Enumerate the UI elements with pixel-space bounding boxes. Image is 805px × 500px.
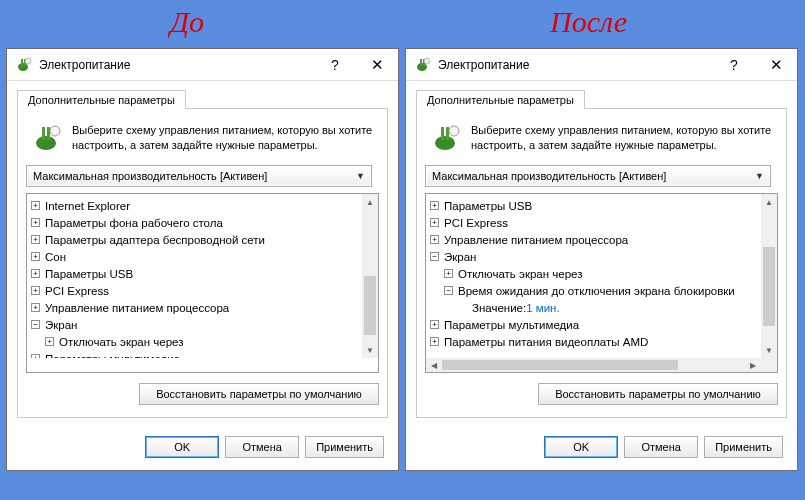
tree-wrap: +Internet Explorer+Параметры фона рабоче…: [26, 193, 379, 373]
tree-node[interactable]: +Параметры фона рабочего стола: [31, 215, 362, 232]
svg-rect-1: [21, 59, 23, 66]
power-icon: [15, 56, 33, 74]
tree-node[interactable]: −Экран: [31, 317, 362, 334]
svg-rect-14: [446, 127, 449, 140]
expand-icon[interactable]: +: [430, 337, 439, 346]
scroll-thumb[interactable]: [763, 247, 775, 326]
expand-icon[interactable]: +: [31, 286, 40, 295]
tree-node[interactable]: +Параметры мультимедиа: [31, 351, 362, 358]
scroll-track[interactable]: [362, 210, 378, 342]
dialog-body: Дополнительные параметры Выберите схему …: [406, 81, 797, 426]
expand-icon[interactable]: +: [444, 269, 453, 278]
expand-icon[interactable]: +: [430, 218, 439, 227]
collapse-icon[interactable]: −: [430, 252, 439, 261]
tree-node[interactable]: +PCI Express: [31, 283, 362, 300]
tree-node[interactable]: +Отключать экран через: [31, 334, 362, 351]
tree-node[interactable]: +Параметры адаптера беспроводной сети: [31, 232, 362, 249]
scroll-left-icon[interactable]: ◀: [426, 358, 442, 372]
restore-defaults-button[interactable]: Восстановить параметры по умолчанию: [538, 383, 778, 405]
tree-node[interactable]: +PCI Express: [430, 215, 761, 232]
tree-node[interactable]: +Параметры питания видеоплаты AMD: [430, 334, 761, 351]
restore-defaults-button[interactable]: Восстановить параметры по умолчанию: [139, 383, 379, 405]
tree-node[interactable]: +Управление питанием процессора: [430, 232, 761, 249]
tree-node[interactable]: Значение: 1 мин.: [430, 300, 761, 317]
tree-node[interactable]: +Параметры мультимедиа: [430, 317, 761, 334]
help-button[interactable]: ?: [314, 50, 356, 80]
scroll-track[interactable]: [761, 210, 777, 342]
tree-node-label: Internet Explorer: [45, 198, 130, 215]
tree-node[interactable]: −Время ожидания до отключения экрана бло…: [430, 283, 761, 300]
tree-node[interactable]: +Internet Explorer: [31, 198, 362, 215]
scroll-corner: [761, 358, 777, 372]
scroll-down-icon[interactable]: ▼: [362, 342, 378, 358]
svg-point-7: [50, 126, 60, 136]
expand-icon[interactable]: +: [430, 201, 439, 210]
tree-node[interactable]: +Сон: [31, 249, 362, 266]
help-button[interactable]: ?: [713, 50, 755, 80]
power-plan-select[interactable]: Максимальная производительность [Активен…: [26, 165, 372, 187]
titlebar[interactable]: Электропитание ? ✕: [406, 49, 797, 81]
tab-additional-params[interactable]: Дополнительные параметры: [416, 90, 585, 109]
expand-icon[interactable]: +: [31, 354, 40, 358]
dialog-before: Электропитание ? ✕ Дополнительные параме…: [6, 48, 399, 471]
tree-node[interactable]: −Экран: [430, 249, 761, 266]
tree-node[interactable]: +Отключать экран через: [430, 266, 761, 283]
settings-tree[interactable]: +Параметры USB+PCI Express+Управление пи…: [426, 194, 761, 358]
tree-node-label: Параметры адаптера беспроводной сети: [45, 232, 265, 249]
expand-icon[interactable]: +: [45, 337, 54, 346]
expand-icon[interactable]: +: [430, 235, 439, 244]
tree-node-label: Параметры USB: [45, 266, 133, 283]
svg-point-3: [25, 58, 31, 64]
tree-node[interactable]: +Управление питанием процессора: [31, 300, 362, 317]
restore-row: Восстановить параметры по умолчанию: [425, 383, 778, 405]
tree-node[interactable]: +Параметры USB: [31, 266, 362, 283]
svg-rect-5: [42, 127, 45, 140]
cancel-button[interactable]: Отмена: [225, 436, 299, 458]
svg-rect-6: [47, 127, 50, 140]
power-icon: [414, 56, 432, 74]
collapse-icon[interactable]: −: [444, 286, 453, 295]
horizontal-scrollbar[interactable]: ◀ ▶: [426, 358, 761, 372]
scroll-right-icon[interactable]: ▶: [745, 358, 761, 372]
vertical-scrollbar[interactable]: ▲ ▼: [761, 194, 777, 358]
settings-tree[interactable]: +Internet Explorer+Параметры фона рабоче…: [27, 194, 362, 358]
expand-icon[interactable]: +: [31, 269, 40, 278]
hscroll-thumb[interactable]: [442, 360, 678, 370]
ok-button[interactable]: OK: [544, 436, 618, 458]
scroll-up-icon[interactable]: ▲: [761, 194, 777, 210]
svg-point-11: [424, 58, 430, 64]
expand-icon[interactable]: +: [31, 235, 40, 244]
scroll-thumb[interactable]: [364, 276, 376, 335]
apply-button[interactable]: Применить: [704, 436, 783, 458]
close-button[interactable]: ✕: [356, 50, 398, 80]
cancel-button[interactable]: Отмена: [624, 436, 698, 458]
tree-node-label: Управление питанием процессора: [444, 232, 628, 249]
tree-node[interactable]: +Параметры USB: [430, 198, 761, 215]
tree-node-label: Параметры мультимедиа: [444, 317, 579, 334]
scroll-up-icon[interactable]: ▲: [362, 194, 378, 210]
expand-icon[interactable]: +: [430, 320, 439, 329]
power-plan-select[interactable]: Максимальная производительность [Активен…: [425, 165, 771, 187]
hscroll-track[interactable]: [442, 358, 745, 372]
vertical-scrollbar[interactable]: ▲ ▼: [362, 194, 378, 358]
titlebar[interactable]: Электропитание ? ✕: [7, 49, 398, 81]
scroll-down-icon[interactable]: ▼: [761, 342, 777, 358]
intro-text: Выберите схему управления питанием, кото…: [72, 123, 373, 153]
svg-rect-13: [441, 127, 444, 140]
apply-button[interactable]: Применить: [305, 436, 384, 458]
chevron-down-icon: ▼: [755, 171, 764, 181]
setting-value-label: Значение:: [472, 300, 526, 317]
close-button[interactable]: ✕: [755, 50, 797, 80]
setting-value[interactable]: 1 мин.: [526, 300, 559, 317]
expand-icon[interactable]: +: [31, 218, 40, 227]
tab-additional-params[interactable]: Дополнительные параметры: [17, 90, 186, 109]
expand-icon[interactable]: +: [31, 303, 40, 312]
tree-node-label: Сон: [45, 249, 66, 266]
collapse-icon[interactable]: −: [31, 320, 40, 329]
window-title: Электропитание: [39, 58, 314, 72]
expand-icon[interactable]: +: [31, 252, 40, 261]
chevron-down-icon: ▼: [356, 171, 365, 181]
expand-icon[interactable]: +: [31, 201, 40, 210]
battery-icon: [32, 123, 62, 153]
ok-button[interactable]: OK: [145, 436, 219, 458]
